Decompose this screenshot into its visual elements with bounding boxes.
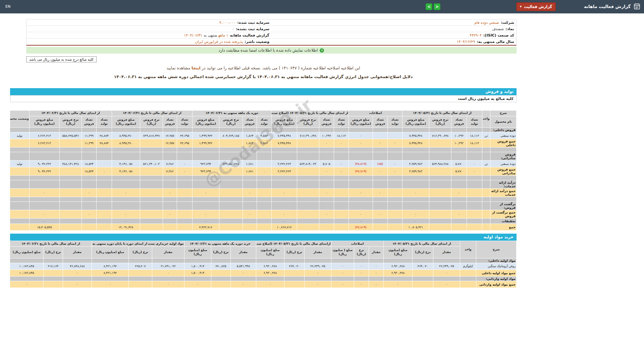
table-cell: ۱۱,۳۹۹: [82, 139, 96, 147]
table-cell: ۱۰,۶۶۷,۷۱۲: [271, 224, 297, 231]
table-cell: ۸,۴۳۱,۱۹۲: [92, 263, 128, 269]
table-cell: ۰: [96, 167, 112, 176]
table-cell: [10, 147, 29, 152]
table-cell: [467, 180, 482, 189]
table-cell: [373, 219, 388, 224]
table-cell: [388, 202, 402, 210]
table-cell: [140, 139, 163, 147]
table-cell: ۰: [192, 189, 219, 197]
table-cell: جمع مواد اولیه داخلی: [476, 269, 517, 276]
table-cell: [319, 152, 334, 161]
table-cell: [152, 276, 184, 281]
next-report-button[interactable]: >: [434, 3, 440, 10]
table-row-sum: جمع فروش داخلی۱۸,۱۱۳۱۰,۳۹۳۷,۴۴۵,۴۴۸۰۰۰۰۰…: [10, 139, 516, 147]
table-cell: [348, 176, 373, 180]
table-cell: [59, 147, 82, 152]
table-cell: ۰: [29, 189, 59, 197]
language-toggle[interactable]: EN: [5, 4, 10, 9]
table-cell: [140, 202, 163, 210]
table-cell: [10, 224, 29, 231]
table-cell: [257, 197, 271, 202]
table-cell: درآمد ارائه خدمات:: [490, 180, 517, 189]
table-cell: ۲۲,۶۹۵: [177, 139, 192, 147]
table-cell: ۱,۵۰۰,۹۱۴: [184, 263, 211, 269]
column-header: نرخ (ریال): [128, 247, 152, 258]
table-row-empty: [10, 197, 516, 202]
info-label: سرمایه ثبت نشده:: [236, 27, 269, 31]
table-row-data: روغن آروماتیک سنگینکیلوگرم۲۶,۲۴۹,۰۲۵۲۶۴,…: [10, 263, 516, 269]
table-cell: [383, 258, 412, 263]
column-header: نرخ فروش (ریال): [59, 116, 82, 128]
table-cell: ۰: [369, 263, 383, 269]
data-table: شرحواحداز ابتدای سال مالی تا تاریخ ۱۴۰۴/…: [10, 110, 517, 231]
column-header: مبلغ (میلیون ریال): [10, 247, 43, 258]
column-header: تعداد تولید: [257, 116, 271, 128]
column-header: نرخ فروش (ریال): [297, 116, 319, 128]
signature-banner-text: اطلاعات نمایش داده شده با اطلاعات امضا ش…: [219, 48, 318, 53]
topbar: گزارش فعالیت ماهانه گزارش فعالیت ▼ < > E…: [0, 0, 644, 13]
table-cell: [297, 210, 319, 219]
table-cell: ۰: [319, 139, 334, 147]
table-cell: ۵,۵۴۱,۹۹۷: [230, 263, 256, 269]
table-cell: روغن آروماتیک سنگین: [476, 263, 517, 269]
column-header: مقدار: [152, 247, 184, 258]
table-cell: ۰: [402, 189, 429, 197]
table-cell: [297, 152, 319, 161]
table-cell: [10, 167, 29, 176]
column-header: از ابتدای سال مالی تا تاریخ ۱۴۰۳/۰۶/۳۱: [29, 111, 112, 116]
table-cell: [219, 202, 243, 210]
table-row-section: برگشت از فروش:: [10, 202, 516, 210]
section-header-raw-materials: خرید مواد اولیه: [10, 234, 517, 241]
table-row-sum: جمع برگشت از فروش۰۰۰۰۰۰۰۰۰۰۰۰: [10, 210, 516, 219]
previous-version-link[interactable]: اینجا: [192, 66, 201, 70]
table-cell: [257, 161, 271, 167]
table-cell: [388, 152, 402, 161]
table-cell: [29, 147, 59, 152]
table-cell: [128, 269, 152, 276]
table-cell: ۱,۶۸۱: [243, 167, 257, 176]
prev-report-button[interactable]: <: [426, 3, 432, 10]
table-cell: [297, 180, 319, 189]
table-cell: [59, 202, 82, 210]
table-cell: [211, 258, 230, 263]
table-cell: ۶,۹۳۰,۲۷۸: [256, 269, 284, 276]
table-cell: [257, 202, 271, 210]
column-header: وضعیت محصول-واحد: [10, 111, 29, 128]
table-cell: (۳۷,۷۱۹): [348, 167, 373, 176]
table-cell: ۳,۲۲۲,۲۶۴: [271, 167, 297, 176]
table-cell: ۵,۷۷۰: [451, 167, 467, 176]
table-cell: [271, 197, 297, 202]
table-cell: [451, 176, 467, 180]
column-header: تعداد تولید: [388, 116, 402, 128]
report-icon: [633, 3, 641, 10]
table-cell: [319, 180, 334, 189]
table-cell: [29, 128, 59, 132]
table-cell: ۵۶۴,۹۸۸,۳۸۸: [429, 161, 451, 167]
column-header: مقدار: [433, 247, 460, 258]
table-cell: [96, 224, 112, 231]
table-cell: ۱۸,۱۱۳: [334, 132, 348, 139]
table-cell: [192, 197, 219, 202]
table-cell: ۶,۹۳۰,۲۷۸: [383, 269, 412, 276]
table-cell: ۱,۸۶۴: [243, 139, 257, 147]
info-field: شرکت:صنعتي دوده فام: [271, 20, 516, 25]
table-cell: [482, 202, 490, 210]
column-header: خرید دوره یک ماهه منتهی به ۱۴۰۴/۰۶/۳۱: [184, 241, 256, 247]
table-cell: [177, 224, 192, 231]
table-cell: [482, 147, 490, 152]
column-header: مبلغ (میلیون ریال): [383, 247, 412, 258]
table-cell: [451, 224, 467, 231]
table-cell: [112, 147, 140, 152]
table-cell: [43, 281, 63, 288]
table-cell: [429, 202, 451, 210]
table-cell: [297, 189, 319, 197]
table-cell: [490, 147, 517, 152]
table-cell: [429, 128, 451, 132]
table-cell: [63, 258, 92, 263]
info-label: گزارش فعالیت ماهانه: [230, 33, 270, 38]
info-label: نماد:: [505, 27, 514, 31]
report-type-dropdown[interactable]: گزارش فعالیت ▼: [516, 2, 556, 11]
table-row-data: دوده صنعتيتن۰۵,۷۷۰۵۶۴,۹۸۸,۳۸۸۳,۲۵۹,۹۸۳۰(…: [10, 161, 516, 167]
table-cell: [319, 176, 334, 180]
table-cell: [29, 152, 59, 161]
